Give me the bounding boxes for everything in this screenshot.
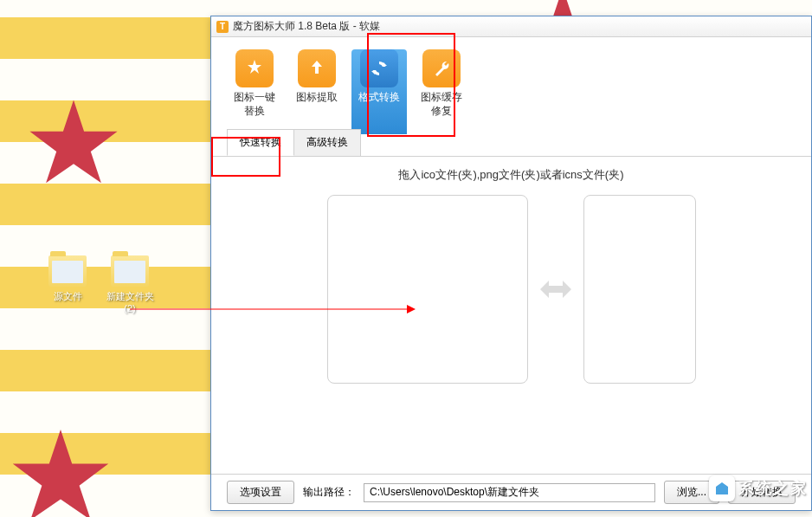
output-path-input[interactable] bbox=[364, 483, 655, 502]
toolbar-label: 图标缓存 修复 bbox=[421, 91, 462, 118]
drop-box-source[interactable] bbox=[327, 195, 528, 384]
star-icon bbox=[235, 49, 274, 87]
folder-label: 源文件 bbox=[42, 290, 93, 302]
convert-arrow-icon bbox=[538, 277, 573, 301]
star-decoration bbox=[9, 424, 113, 517]
titlebar[interactable]: T 魔方图标大师 1.8 Beta 版 - 软媒 bbox=[211, 16, 811, 37]
tabs: 快速转换 高级转换 bbox=[211, 129, 811, 157]
folder-label: 新建文件夹 (2) bbox=[104, 290, 156, 315]
content-area: 拖入ico文件(夹),png文件(夹)或者icns文件(夹) bbox=[211, 157, 811, 394]
window-title: 魔方图标大师 1.8 Beta 版 - 软媒 bbox=[233, 19, 380, 34]
refresh-icon bbox=[360, 49, 398, 87]
toolbar-btn-replace[interactable]: 图标一键 替换 bbox=[227, 49, 282, 134]
watermark: 系统之家 bbox=[709, 475, 808, 501]
desktop-folder-source[interactable]: 源文件 bbox=[42, 255, 93, 302]
drop-hint: 拖入ico文件(夹),png文件(夹)或者icns文件(夹) bbox=[227, 167, 796, 183]
desktop-folder-new[interactable]: 新建文件夹 (2) bbox=[104, 255, 156, 315]
path-label: 输出路径： bbox=[303, 485, 355, 500]
toolbar-btn-convert[interactable]: 格式转换 bbox=[351, 49, 407, 134]
folder-icon bbox=[111, 255, 149, 287]
toolbar-label: 格式转换 bbox=[358, 91, 400, 105]
app-icon: T bbox=[216, 21, 229, 33]
toolbar-label: 图标一键 替换 bbox=[234, 91, 275, 118]
toolbar: 图标一键 替换 图标提取 格式转换 图标缓存 修复 bbox=[211, 37, 811, 134]
watermark-text: 系统之家 bbox=[738, 478, 808, 499]
tab-advanced-convert[interactable]: 高级转换 bbox=[293, 129, 361, 156]
options-button[interactable]: 选项设置 bbox=[227, 481, 294, 504]
drop-zones bbox=[227, 195, 796, 384]
watermark-icon bbox=[709, 475, 735, 501]
drop-box-target[interactable] bbox=[583, 195, 696, 384]
toolbar-label: 图标提取 bbox=[296, 91, 338, 105]
tab-quick-convert[interactable]: 快速转换 bbox=[227, 129, 294, 156]
folder-icon bbox=[48, 255, 87, 287]
app-window: T 魔方图标大师 1.8 Beta 版 - 软媒 图标一键 替换 图标提取 格式… bbox=[210, 16, 812, 511]
toolbar-btn-extract[interactable]: 图标提取 bbox=[289, 49, 345, 134]
wrench-icon bbox=[422, 49, 461, 87]
star-decoration bbox=[26, 95, 121, 191]
toolbar-btn-cache-repair[interactable]: 图标缓存 修复 bbox=[414, 49, 469, 134]
upload-icon bbox=[298, 49, 336, 87]
